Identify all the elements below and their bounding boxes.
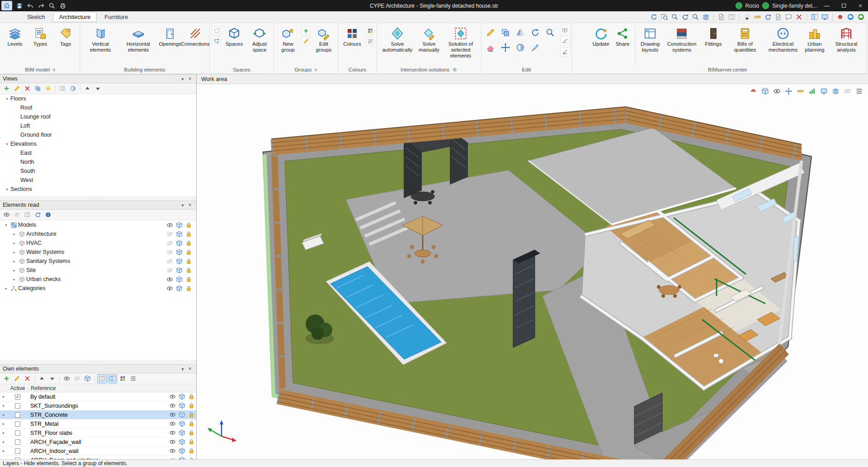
lock-icon[interactable] bbox=[184, 240, 193, 247]
move-up-icon[interactable] bbox=[37, 374, 47, 383]
view-tree-item-lounge-roof[interactable]: Lounge roof bbox=[0, 112, 196, 121]
edit-view-icon[interactable] bbox=[12, 84, 22, 93]
chevron-right-icon[interactable]: ▸ bbox=[0, 422, 7, 426]
own-elements-collapse-icon[interactable]: ▾ bbox=[179, 367, 186, 372]
close-button[interactable]: × bbox=[854, 0, 867, 11]
eye-icon[interactable] bbox=[168, 429, 177, 436]
redo-icon[interactable] bbox=[36, 1, 47, 10]
chevron-right-icon[interactable]: ▸ bbox=[0, 449, 7, 453]
move-tool-button[interactable] bbox=[498, 40, 512, 54]
eye-icon[interactable] bbox=[168, 448, 177, 454]
previous-view-icon[interactable] bbox=[649, 12, 659, 22]
hide-elements-icon[interactable] bbox=[12, 210, 22, 219]
delete-element-icon[interactable] bbox=[23, 374, 32, 383]
active-checkbox[interactable] bbox=[15, 430, 20, 436]
group-columns-icon[interactable] bbox=[97, 374, 107, 383]
dropper-button[interactable] bbox=[528, 40, 542, 54]
view-tree-item-ground-floor[interactable]: Ground floor bbox=[0, 130, 196, 139]
view-tree-item-elevations[interactable]: ▾Elevations bbox=[0, 139, 196, 148]
import-templates-icon[interactable] bbox=[717, 12, 726, 22]
space-draw-button[interactable] bbox=[212, 26, 221, 35]
chevron-right-icon[interactable]: ▸ bbox=[11, 259, 18, 263]
panel-splitter[interactable]: ···· bbox=[0, 360, 196, 364]
lock-icon[interactable] bbox=[184, 231, 193, 238]
view-tree-item-sections[interactable]: ▾Sections bbox=[0, 185, 196, 194]
own-element-row-arch-doors-and-windows[interactable]: ▸ARCH_Doors and windows bbox=[0, 456, 196, 459]
plan-views-icon[interactable] bbox=[58, 84, 67, 93]
group-add-button[interactable] bbox=[302, 26, 310, 35]
update-button[interactable]: Update bbox=[590, 24, 611, 48]
edit-groups-button[interactable]: Edit groups bbox=[311, 24, 336, 54]
eye-icon[interactable] bbox=[165, 222, 175, 229]
lock-icon[interactable] bbox=[184, 258, 193, 265]
project-avatar[interactable] bbox=[762, 2, 769, 9]
maximize-button[interactable] bbox=[837, 0, 850, 11]
import-views-icon[interactable] bbox=[93, 84, 103, 93]
more-options-icon[interactable] bbox=[128, 374, 138, 383]
copy-button[interactable] bbox=[498, 25, 512, 39]
group-panels-icon[interactable] bbox=[108, 374, 117, 383]
chevron-right-icon[interactable]: ▸ bbox=[0, 404, 7, 408]
eye-icon[interactable] bbox=[165, 276, 175, 283]
lock-icon[interactable] bbox=[187, 393, 196, 400]
elements-tree-item-architecture[interactable]: ▸Architecture bbox=[0, 229, 196, 238]
colour-grid-button[interactable] bbox=[366, 26, 374, 35]
cube-icon[interactable] bbox=[177, 411, 187, 418]
eye-icon[interactable] bbox=[168, 411, 177, 418]
solve-manually-button[interactable]: Solve manually bbox=[417, 24, 441, 54]
active-checkbox[interactable] bbox=[15, 412, 20, 418]
elements-tree-item-categories[interactable]: ▸Categories bbox=[0, 284, 196, 293]
chevron-down-icon[interactable]: ▾ bbox=[4, 97, 10, 101]
user-avatar[interactable] bbox=[736, 2, 742, 9]
cube-icon[interactable] bbox=[177, 429, 187, 436]
own-element-row-arch-fa-ade-wall[interactable]: ▸ARCH_Façade_wall bbox=[0, 438, 196, 447]
edit-element-icon[interactable] bbox=[12, 374, 22, 383]
search-icon[interactable] bbox=[47, 1, 57, 10]
horizontal-elements-button[interactable]: Horizontal elements bbox=[120, 24, 157, 54]
chevron-right-icon[interactable]: ▸ bbox=[0, 413, 7, 417]
lock-icon[interactable] bbox=[187, 429, 196, 436]
chevron-down-icon[interactable]: ▾ bbox=[4, 142, 10, 146]
drawing-layouts-button[interactable]: Drawing layouts bbox=[638, 24, 662, 54]
layer-visibility-icon[interactable] bbox=[701, 12, 711, 22]
app-logo-icon[interactable] bbox=[1, 1, 12, 10]
redraw-icon[interactable] bbox=[680, 12, 690, 22]
spaces-button[interactable]: Spaces bbox=[222, 24, 246, 48]
own-element-row-arch-indoor-wall[interactable]: ▸ARCH_Indoor_wall bbox=[0, 447, 196, 456]
elements-tree-item-sanitary-systems[interactable]: ▸Sanitary Systems bbox=[0, 257, 196, 266]
zoom-in-icon[interactable] bbox=[691, 12, 700, 22]
eye-icon[interactable] bbox=[165, 285, 175, 292]
adjust-space-button[interactable]: Adjust space bbox=[247, 24, 272, 54]
cube-icon[interactable] bbox=[175, 276, 184, 283]
drawing-grid-icon[interactable] bbox=[727, 12, 736, 22]
cube-icon[interactable] bbox=[175, 267, 184, 274]
print-icon[interactable] bbox=[57, 1, 68, 10]
measure-3d-icon[interactable] bbox=[796, 86, 805, 95]
tab-sketch[interactable]: Sketch bbox=[21, 12, 52, 22]
view-tree-item-west[interactable]: West bbox=[0, 176, 196, 185]
viewport-scene[interactable] bbox=[197, 84, 868, 459]
add-element-icon[interactable] bbox=[2, 374, 11, 383]
clip-plane-icon[interactable] bbox=[749, 86, 758, 95]
own-element-row-str-metal[interactable]: ▸STR_Metal bbox=[0, 419, 196, 429]
active-checkbox[interactable] bbox=[15, 439, 20, 445]
zoom-window-icon[interactable] bbox=[660, 12, 669, 22]
chevron-right-icon[interactable]: ▸ bbox=[0, 440, 7, 444]
construction-systems-button[interactable]: Construction systems bbox=[663, 24, 700, 54]
chevron-right-icon[interactable]: ▸ bbox=[11, 268, 18, 272]
active-checkbox[interactable] bbox=[15, 448, 20, 454]
view-tree-item-loft[interactable]: Loft bbox=[0, 121, 196, 130]
tags-button[interactable]: Tags bbox=[53, 24, 78, 48]
quantities-icon[interactable] bbox=[807, 86, 816, 95]
save-icon[interactable] bbox=[14, 1, 25, 10]
new-group-button[interactable]: New group bbox=[276, 24, 300, 54]
lock-icon[interactable] bbox=[184, 285, 193, 292]
elements-read-close-icon[interactable]: × bbox=[186, 202, 193, 208]
cube-icon[interactable] bbox=[175, 222, 184, 229]
comments-icon[interactable] bbox=[784, 12, 793, 22]
types-button[interactable]: Types bbox=[28, 24, 52, 48]
chevron-right-icon[interactable]: ▸ bbox=[0, 395, 7, 399]
view-tree-item-south[interactable]: South bbox=[0, 167, 196, 176]
measure-icon[interactable] bbox=[753, 12, 762, 22]
full-screen-icon[interactable] bbox=[819, 86, 828, 95]
